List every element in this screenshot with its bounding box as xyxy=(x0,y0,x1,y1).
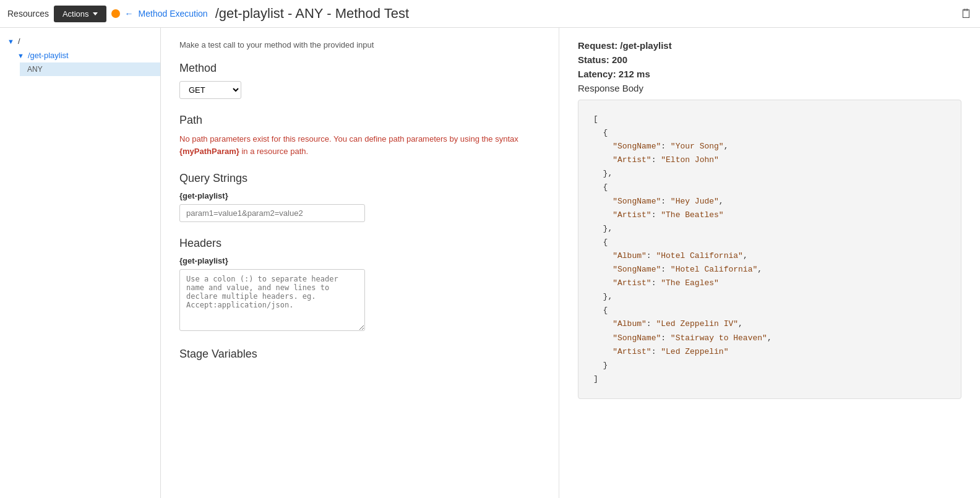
json-key-artist-3: "Artist" xyxy=(612,278,651,288)
main-layout: ▼ / ▼ /get-playlist ANY Make a test call… xyxy=(0,28,980,498)
json-val-songname-1: "Your Song" xyxy=(671,142,724,151)
json-val-artist-3: "The Eagles" xyxy=(661,278,719,288)
breadcrumb-method-execution-link[interactable]: Method Execution xyxy=(139,9,208,19)
any-badge-label: ANY xyxy=(27,65,43,74)
tree-toggle-get-playlist: ▼ xyxy=(17,52,24,59)
stage-section: Stage Variables xyxy=(179,348,540,361)
sidebar-get-playlist-link[interactable]: /get-playlist xyxy=(28,51,69,60)
page-title: /get-playlist - ANY - Method Test xyxy=(215,6,409,22)
method-section-title: Method xyxy=(179,62,540,75)
query-section: Query Strings {get-playlist} xyxy=(179,172,540,222)
json-key-artist-1: "Artist" xyxy=(612,155,651,165)
json-val-songname-3: "Hotel California" xyxy=(671,265,757,274)
actions-button[interactable]: Actions xyxy=(54,6,106,22)
path-section: Path No path parameters exist for this r… xyxy=(179,114,540,157)
headers-textarea[interactable] xyxy=(179,269,365,331)
actions-label: Actions xyxy=(62,9,89,19)
json-val-artist-4: "Led Zeppelin" xyxy=(661,347,728,356)
query-input[interactable] xyxy=(179,204,365,222)
path-description: No path parameters exist for this resour… xyxy=(179,133,540,157)
breadcrumb-text: Method Execution xyxy=(139,9,208,19)
path-desc-text: No path parameters exist for this resour… xyxy=(179,134,518,144)
json-key-album-3: "Album" xyxy=(612,251,647,260)
sidebar-root-label: / xyxy=(18,36,20,46)
json-open-bracket: [ xyxy=(593,114,598,124)
json-brace-1: { xyxy=(603,128,608,137)
json-close-bracket: ] xyxy=(593,374,598,384)
stage-section-title: Stage Variables xyxy=(179,348,540,361)
headers-field-label: {get-playlist} xyxy=(179,256,540,265)
sidebar-item-root[interactable]: ▼ / xyxy=(0,34,160,48)
status-label-text: Status: 200 xyxy=(578,54,627,65)
headers-section-title: Headers xyxy=(179,237,540,250)
back-arrow-icon: ← xyxy=(125,9,134,19)
response-body-title: Response Body xyxy=(578,83,961,93)
json-val-album-3: "Hotel California" xyxy=(656,251,742,260)
json-key-songname-3: "SongName" xyxy=(612,265,661,274)
tree-toggle-root: ▼ xyxy=(7,38,14,45)
json-val-album-4: "Led Zeppelin IV" xyxy=(656,319,738,328)
request-label-text: Request: /get-playlist xyxy=(578,40,672,51)
resources-label: Resources xyxy=(7,9,49,19)
sidebar: ▼ / ▼ /get-playlist ANY xyxy=(0,28,161,498)
content-area: Make a test call to your method with the… xyxy=(161,28,980,498)
intro-text: Make a test call to your method with the… xyxy=(179,40,540,49)
path-section-title: Path xyxy=(179,114,540,127)
page-icon: 🗒 xyxy=(960,7,973,21)
query-section-title: Query Strings xyxy=(179,172,540,185)
orange-status-dot xyxy=(111,9,120,18)
path-desc-suffix: in a resource path. xyxy=(239,147,308,156)
path-highlight: {myPathParam} xyxy=(179,147,239,156)
json-val-songname-2: "Hey Jude" xyxy=(671,197,719,206)
actions-caret-icon xyxy=(93,12,98,15)
response-status: Status: 200 xyxy=(578,54,961,65)
response-panel: Request: /get-playlist Status: 200 Laten… xyxy=(559,28,980,498)
sidebar-item-any[interactable]: ANY xyxy=(20,62,160,76)
json-key-album-4: "Album" xyxy=(612,319,647,328)
latency-label-text: Latency: 212 ms xyxy=(578,69,650,79)
response-code-block: [ { "SongName": "Your Song", "Artist": "… xyxy=(578,100,961,399)
method-section: Method GET POST PUT DELETE xyxy=(179,62,540,99)
json-key-songname-4: "SongName" xyxy=(612,333,661,343)
headers-section: Headers {get-playlist} xyxy=(179,237,540,333)
json-key-songname-1: "SongName" xyxy=(612,142,661,151)
json-key-songname-2: "SongName" xyxy=(612,197,661,206)
json-key-artist-4: "Artist" xyxy=(612,347,651,356)
method-select[interactable]: GET POST PUT DELETE xyxy=(179,81,241,99)
form-panel: Make a test call to your method with the… xyxy=(161,28,559,498)
json-key-artist-2: "Artist" xyxy=(612,210,651,220)
json-val-songname-4: "Stairway to Heaven" xyxy=(671,333,767,343)
query-field-label: {get-playlist} xyxy=(179,191,540,200)
top-header: Resources Actions ← Method Execution /ge… xyxy=(0,0,980,28)
json-val-artist-1: "Elton John" xyxy=(661,155,719,165)
response-latency: Latency: 212 ms xyxy=(578,69,961,79)
json-val-artist-2: "The Beatles" xyxy=(661,210,723,220)
sidebar-item-get-playlist[interactable]: ▼ /get-playlist xyxy=(10,48,160,62)
response-request: Request: /get-playlist xyxy=(578,40,961,51)
